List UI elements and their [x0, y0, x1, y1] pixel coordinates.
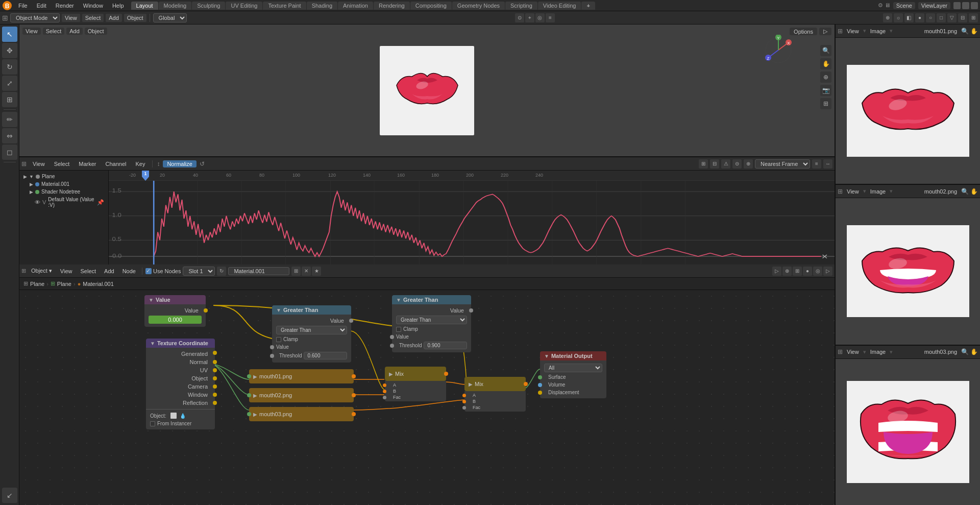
overlay-icon-1[interactable]: ⊕ — [883, 13, 892, 22]
view-layer-name[interactable]: ViewLayer — [918, 2, 950, 9]
tc-object-eyedrop[interactable]: 💧 — [180, 413, 186, 419]
overlay-icon-2[interactable]: ☼ — [894, 13, 903, 22]
tool-add-cube[interactable]: ◻ — [2, 145, 17, 160]
mat-output-collapse[interactable]: ▼ — [544, 353, 549, 359]
transform-proportional[interactable]: ◎ — [535, 13, 545, 22]
gt1-clamp-check[interactable] — [276, 337, 281, 342]
viewport-select-btn[interactable]: Select — [43, 28, 65, 35]
s1-expand[interactable]: ⊞ — [838, 28, 843, 35]
ws-tab-scripting[interactable]: Scripting — [505, 2, 537, 10]
ws-tab-compositing[interactable]: Compositing — [410, 2, 452, 10]
overlay-icon-6[interactable]: □ — [937, 13, 946, 22]
node-mode-icon[interactable]: ⊞ — [21, 268, 26, 274]
ws-tab-animation[interactable]: Animation — [338, 2, 373, 10]
tool-transform[interactable]: ⊞ — [2, 92, 17, 107]
mat-icon-2[interactable]: ✕ — [302, 267, 311, 276]
ws-tab-add[interactable]: + — [581, 2, 595, 10]
expand-icon[interactable]: ⊞ — [2, 14, 8, 22]
gt1-operation-select[interactable]: Greater Than — [276, 326, 347, 334]
channel-plane[interactable]: ▶ ▼ Plane — [19, 173, 108, 180]
graph-interp-btn[interactable]: ≡ — [812, 159, 821, 169]
node-view-btn[interactable]: View — [57, 268, 76, 275]
window-close[interactable] — [971, 2, 978, 9]
tool-scale[interactable]: ⤢ — [2, 76, 17, 91]
gt2-threshold-field[interactable]: 0.900 — [424, 342, 467, 349]
vp-icon-grid[interactable]: ⊞ — [820, 98, 831, 109]
vp-icon-zoom[interactable]: ⊕ — [820, 71, 831, 83]
mat-output-type-select[interactable]: All — [544, 364, 602, 372]
s2-expand[interactable]: ⊞ — [838, 188, 843, 195]
graph-icon-warning[interactable]: ⚠ — [721, 159, 730, 169]
graph-expand-btn[interactable]: ↔ — [823, 159, 832, 169]
mouth01-expand[interactable]: ▶ — [253, 374, 257, 379]
s2-view-btn[interactable]: View — [845, 188, 861, 195]
s2-image-btn[interactable]: Image — [868, 188, 888, 195]
overlay-icon-8[interactable]: ⊟ — [958, 13, 967, 22]
mode-select[interactable]: Object Mode — [10, 13, 60, 22]
node-tool-3[interactable]: ⊞ — [793, 267, 802, 276]
channel-shader[interactable]: ▶ Shader Nodetree — [19, 188, 108, 196]
ws-tab-video-editing[interactable]: Video Editing — [538, 2, 581, 10]
graph-icon-extra[interactable]: ⊕ — [744, 159, 753, 169]
node-tool-4[interactable]: ● — [803, 267, 812, 276]
viewport-expand-btn[interactable]: ▷ — [819, 28, 831, 35]
graph-key-btn[interactable]: Key — [132, 160, 148, 167]
gt2-clamp-check[interactable] — [396, 327, 401, 332]
mouth02-expand[interactable]: ▶ — [253, 393, 257, 398]
graph-mode-icon[interactable]: ⊞ — [21, 160, 27, 167]
s3-icon-2[interactable]: ✋ — [970, 348, 978, 355]
ws-tab-sculpting[interactable]: Sculpting — [192, 2, 225, 10]
channel-value-pin[interactable]: 📌 — [97, 199, 104, 206]
vp-icon-search[interactable]: 🔍 — [820, 45, 831, 56]
ws-tab-geometry-nodes[interactable]: Geometry Nodes — [452, 2, 505, 10]
mat-icon-3[interactable]: ★ — [312, 267, 321, 276]
s1-view-btn[interactable]: View — [845, 28, 861, 35]
graph-marker-btn[interactable]: Marker — [76, 160, 99, 167]
tc-from-instancer-check[interactable] — [150, 421, 155, 426]
window-maximize[interactable] — [962, 2, 969, 9]
vp-icon-camera[interactable]: 📷 — [820, 85, 831, 96]
menu-window[interactable]: Window — [79, 2, 107, 10]
bc-plane-1[interactable]: Plane — [30, 281, 44, 287]
ws-tab-shading[interactable]: Shading — [307, 2, 337, 10]
tool-move[interactable]: ✥ — [2, 43, 17, 58]
tool-measure[interactable]: ⇔ — [2, 128, 17, 143]
node-select-btn[interactable]: Select — [78, 268, 100, 275]
ws-tab-uv-editing[interactable]: UV Editing — [226, 2, 262, 10]
s3-icon-1[interactable]: 🔍 — [961, 348, 969, 355]
s1-icon-1[interactable]: 🔍 — [961, 28, 969, 35]
texture-coord-collapse[interactable]: ▼ — [150, 341, 155, 346]
use-nodes-toggle[interactable]: ✓ Use Nodes — [145, 268, 181, 274]
normalize-reset-icon[interactable]: ↺ — [200, 160, 205, 167]
ws-tab-layout[interactable]: Layout — [131, 2, 158, 10]
tool-select[interactable]: ↖ — [2, 27, 17, 42]
s2-icon-2[interactable]: ✋ — [970, 188, 978, 195]
mix2-expand[interactable]: ▶ — [469, 381, 473, 387]
node-node-btn[interactable]: Node — [119, 268, 139, 275]
menu-edit[interactable]: Edit — [33, 2, 51, 10]
overlay-icon-7[interactable]: ▽ — [947, 13, 957, 22]
overlay-icon-5[interactable]: ○ — [926, 13, 935, 22]
gt1-threshold-field[interactable]: 0.600 — [304, 352, 347, 359]
viewport-options-btn[interactable]: Options — [790, 28, 817, 35]
overlay-icon-3[interactable]: ◧ — [904, 13, 914, 22]
ws-tab-texture-paint[interactable]: Texture Paint — [263, 2, 306, 10]
value-node-collapse[interactable]: ▼ — [149, 297, 154, 303]
viewport-add-btn[interactable]: Add — [66, 28, 83, 35]
mat-icon-1[interactable]: ⊞ — [291, 267, 301, 276]
bc-material[interactable]: Material.001 — [83, 281, 114, 287]
s1-image-btn[interactable]: Image — [868, 28, 888, 35]
node-tool-5[interactable]: ◎ — [813, 267, 822, 276]
graph-select-btn[interactable]: Select — [51, 160, 73, 167]
s3-expand[interactable]: ⊞ — [838, 348, 843, 355]
overlay-icon-9[interactable]: ⊞ — [969, 13, 978, 22]
scene-name[interactable]: Scene — [893, 2, 915, 9]
s1-icon-2[interactable]: ✋ — [970, 28, 978, 35]
overlay-icon-4[interactable]: ● — [915, 13, 924, 22]
add-btn[interactable]: Add — [106, 14, 122, 22]
transform-extra[interactable]: ≡ — [546, 13, 555, 22]
window-minimize[interactable] — [953, 2, 961, 9]
s2-icon-1[interactable]: 🔍 — [961, 188, 969, 195]
viewport-object-btn[interactable]: Object — [85, 28, 107, 35]
gt1-collapse[interactable]: ▼ — [276, 307, 281, 313]
